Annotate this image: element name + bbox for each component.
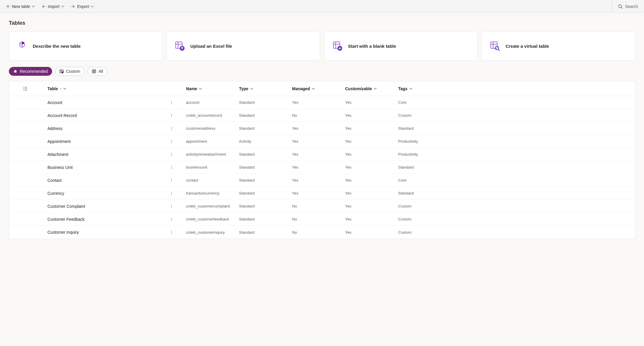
custom-icon [60,69,64,73]
export-label: Export [77,4,89,9]
import-button[interactable]: Import [41,3,65,10]
col-name[interactable]: Name [186,86,239,91]
row-type: Standard [239,126,292,131]
row-table-name[interactable]: Customer Complaint [30,204,168,209]
row-more-button[interactable] [168,216,175,223]
page-title: Tables [9,20,635,26]
row-tags: Standard [398,126,635,131]
new-table-button[interactable]: New table [5,3,35,10]
row-more-button[interactable] [168,112,175,119]
page-content: Tables Describe the new table Upload an … [0,13,644,239]
table-row[interactable]: AddresscustomeraddressStandardYesYesStan… [9,122,635,135]
col-tags[interactable]: Tags [398,86,635,91]
col-table-label: Table [47,86,58,91]
row-managed: Yes [292,126,345,131]
row-name: crdeb_accountrecord [186,113,239,118]
toolbar-right: Search [612,0,639,13]
row-customizable: Yes [345,230,398,235]
row-type: Standard [239,165,292,169]
row-table-name[interactable]: Customer Feedback [30,217,168,222]
row-tags: Standard [398,191,635,195]
row-more-button[interactable] [168,203,175,210]
row-table-name[interactable]: Account [30,100,168,105]
svg-point-8 [62,71,63,73]
row-number-icon[interactable] [9,86,30,91]
svg-point-39 [171,220,172,220]
row-type: Standard [239,178,292,182]
table-row[interactable]: Customer Feedbackcrdeb_customerfeedbackS… [9,213,635,226]
table-row[interactable]: CurrencytransactioncurrencyStandardYesYe… [9,187,635,200]
row-customizable: Yes [345,178,398,182]
grid-body: AccountaccountStandardYesYesCoreAccount … [9,96,635,239]
row-name: businessunit [186,165,239,169]
row-tags: Custom [398,204,635,208]
row-table-name[interactable]: Attachment [30,152,168,157]
export-button[interactable]: Export [70,3,94,10]
col-table[interactable]: Table ↑ [30,86,168,91]
row-more-button[interactable] [168,151,175,158]
row-table-name[interactable]: Address [30,126,168,131]
row-customizable: Yes [345,191,398,195]
table-row[interactable]: AccountaccountStandardYesYesCore [9,96,635,109]
chevron-down-icon [63,87,66,90]
filter-all[interactable]: All [88,67,108,76]
row-managed: Yes [292,178,345,182]
export-icon [71,4,75,9]
row-name: crdeb_customerfeedback [186,217,239,221]
search-placeholder: Search [625,4,638,9]
table-row[interactable]: Customer Complaintcrdeb_customercomplain… [9,200,635,213]
table-row[interactable]: Customer Inquirycrdeb_customerinquirySta… [9,226,635,239]
row-more-button[interactable] [168,138,175,145]
row-more-button[interactable] [168,99,175,106]
row-table-name[interactable]: Contact [30,178,168,183]
row-managed: No [292,113,345,118]
row-more-button[interactable] [168,125,175,132]
row-more-button[interactable] [168,190,175,197]
row-customizable: Yes [345,152,398,156]
filter-custom[interactable]: Custom [55,67,85,76]
svg-point-32 [171,193,172,193]
more-vertical-icon [169,217,174,221]
svg-point-36 [171,207,172,207]
row-more-button[interactable] [168,177,175,184]
table-row[interactable]: Account Recordcrdeb_accountrecordStandar… [9,109,635,122]
card-describe-table[interactable]: Describe the new table [9,32,162,60]
chevron-down-icon [199,87,202,90]
row-table-name[interactable]: Account Record [30,113,168,118]
svg-point-33 [171,194,172,195]
col-customizable[interactable]: Customizable [345,86,398,91]
filter-recommended-label: Recommended [20,69,48,74]
col-type[interactable]: Type [239,86,292,91]
card-blank-table[interactable]: Start with a blank table [324,32,478,60]
row-more-button[interactable] [168,229,175,235]
more-vertical-icon [169,126,174,131]
col-managed[interactable]: Managed [292,86,345,91]
table-row[interactable]: AttachmentactivitymimeattachmentStandard… [9,148,635,161]
toolbar-left: New table Import Export [5,3,612,10]
more-vertical-icon [169,139,174,144]
card-describe-label: Describe the new table [33,44,81,49]
row-managed: Yes [292,191,345,195]
table-row[interactable]: Business UnitbusinessunitStandardYesYesS… [9,161,635,174]
row-managed: No [292,230,345,235]
svg-point-27 [171,168,172,169]
chevron-down-icon [32,5,35,8]
svg-point-11 [171,102,172,103]
svg-point-35 [171,206,172,206]
row-table-name[interactable]: Currency [30,191,168,196]
svg-point-20 [171,141,172,141]
table-row[interactable]: ContactcontactStandardYesYesCore [9,174,635,187]
row-customizable: Yes [345,100,398,105]
row-more-button[interactable] [168,164,175,171]
search-input[interactable]: Search [617,3,639,10]
card-upload-excel[interactable]: Upload an Excel file [167,32,320,60]
col-type-label: Type [239,86,248,91]
row-table-name[interactable]: Business Unit [30,165,168,170]
row-table-name[interactable]: Appointment [30,139,168,144]
filter-recommended[interactable]: Recommended [9,67,52,76]
row-table-name[interactable]: Customer Inquiry [30,230,168,235]
table-row[interactable]: AppointmentappointmentActivityYesYesProd… [9,135,635,148]
row-type: Standard [239,191,292,195]
card-virtual-table[interactable]: Create a virtual table [482,32,635,60]
search-icon [618,4,623,9]
